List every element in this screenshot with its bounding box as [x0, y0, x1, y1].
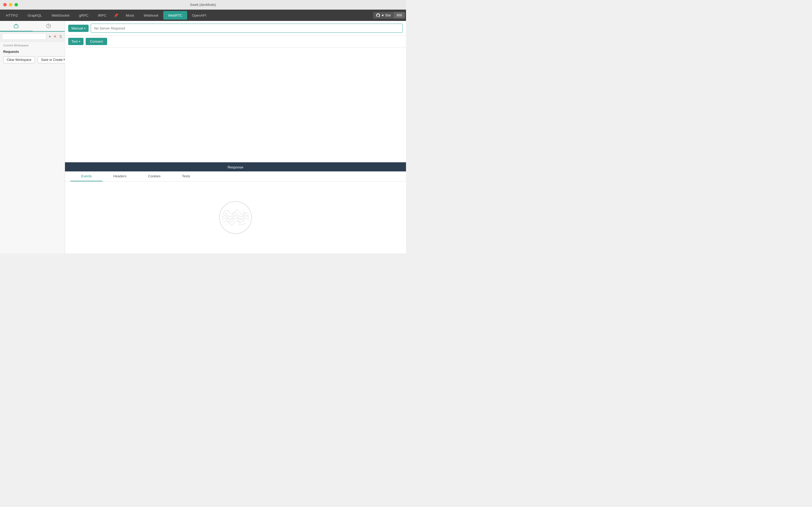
- sidebar-tab-requests[interactable]: [0, 21, 33, 32]
- sidebar-tab-history[interactable]: [33, 21, 65, 31]
- svg-point-9: [243, 211, 244, 212]
- text-format-arrow-icon: ▾: [79, 40, 80, 43]
- search-input[interactable]: [2, 33, 46, 40]
- response-tabs: Events Headers Cookies Tests: [65, 171, 406, 182]
- clear-workspace-button[interactable]: Clear Workspace: [3, 56, 35, 63]
- method-label: Manual: [71, 26, 83, 30]
- star-count: 868: [394, 12, 405, 18]
- requests-label: Requests: [0, 48, 65, 56]
- app-title: Swell (devMode): [190, 3, 216, 7]
- github-icon: [376, 13, 380, 17]
- response-tab-headers[interactable]: Headers: [103, 171, 137, 181]
- response-tab-tests[interactable]: Tests: [171, 171, 201, 181]
- tab-graphql[interactable]: GraphQL: [23, 11, 47, 19]
- main-layout: ▾ ✕ ⇅ Current Workspace Requests Clear W…: [0, 21, 406, 253]
- window-controls: [3, 3, 18, 6]
- top-bar: Manual ▾: [65, 21, 406, 36]
- github-star-widget[interactable]: ★ Star 868: [373, 12, 405, 18]
- tab-mock[interactable]: Mock: [121, 11, 139, 19]
- right-panel: Manual ▾ Text ▾ Connect Response Events …: [65, 21, 406, 253]
- tab-pin[interactable]: 📌: [111, 11, 121, 19]
- text-format-dropdown[interactable]: Text ▾: [68, 38, 84, 45]
- sort-icon[interactable]: ⇅: [59, 34, 62, 40]
- svg-point-5: [239, 224, 240, 225]
- github-star-button[interactable]: ★ Star: [373, 12, 394, 18]
- tab-http2[interactable]: HTTP/2: [1, 11, 23, 19]
- svg-point-2: [219, 202, 252, 234]
- close-icon[interactable]: ✕: [53, 34, 57, 40]
- text-format-label: Text: [71, 40, 78, 44]
- svg-point-3: [225, 224, 226, 225]
- svg-point-6: [245, 223, 245, 224]
- protocol-tabs-bar: HTTP/2 GraphQL WebSocket gRPC tRPC 📌 Moc…: [0, 10, 406, 21]
- url-input[interactable]: [91, 23, 403, 33]
- dropdown-icon[interactable]: ▾: [48, 34, 52, 40]
- response-tab-cookies[interactable]: Cookies: [137, 171, 171, 181]
- clock-icon: [46, 23, 51, 29]
- svg-point-8: [237, 209, 237, 210]
- action-bar: Text ▾ Connect: [65, 36, 406, 48]
- tab-webhook[interactable]: Webhook: [139, 11, 163, 19]
- workspace-label: Current Workspace: [0, 42, 65, 48]
- star-label: ★ Star: [381, 13, 391, 17]
- tab-openapi[interactable]: OpenAPI: [187, 11, 211, 19]
- response-panel: Response Events Headers Cookies Tests: [65, 162, 406, 253]
- maximize-button[interactable]: [14, 3, 18, 6]
- workspace-buttons: Clear Workspace Save or Create New Works…: [0, 56, 65, 63]
- sidebar: ▾ ✕ ⇅ Current Workspace Requests Clear W…: [0, 21, 65, 253]
- briefcase-icon: [14, 23, 18, 29]
- minimize-button[interactable]: [9, 3, 12, 6]
- sidebar-tabs: [0, 21, 65, 32]
- tab-grpc[interactable]: gRPC: [74, 11, 93, 19]
- content-area: [65, 48, 406, 162]
- svg-point-4: [231, 225, 232, 226]
- method-dropdown[interactable]: Manual ▾: [68, 25, 89, 32]
- titlebar: Swell (devMode): [0, 0, 406, 10]
- tab-trpc[interactable]: tRPC: [93, 11, 111, 19]
- close-button[interactable]: [3, 3, 7, 6]
- svg-point-7: [228, 210, 229, 211]
- connect-button[interactable]: Connect: [86, 38, 107, 45]
- swell-logo: [218, 200, 253, 235]
- tab-webrtc[interactable]: WebRTC: [163, 11, 187, 19]
- response-body: [65, 182, 406, 253]
- tab-websocket[interactable]: WebSocket: [47, 11, 74, 19]
- response-header: Response: [65, 163, 406, 171]
- method-arrow-icon: ▾: [84, 27, 85, 30]
- svg-rect-0: [14, 25, 18, 28]
- response-tab-events[interactable]: Events: [70, 171, 103, 181]
- sidebar-actions: ▾ ✕ ⇅: [0, 32, 65, 42]
